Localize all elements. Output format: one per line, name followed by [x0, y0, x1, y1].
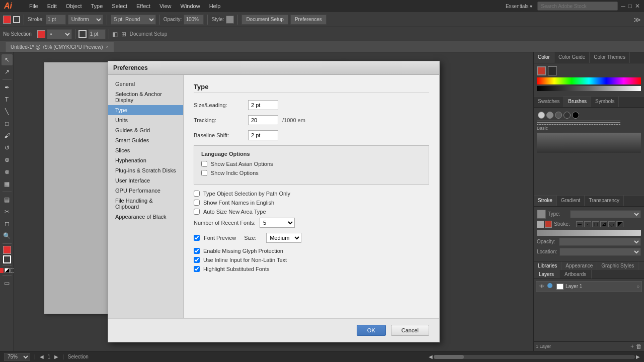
color-spectrum[interactable] — [537, 77, 641, 84]
color-mode-color[interactable] — [0, 268, 4, 273]
swatches-tab[interactable]: Swatches — [534, 97, 564, 107]
brushes-tab[interactable]: Brushes — [564, 97, 591, 107]
scroll-right-btn[interactable]: ▶ — [636, 354, 640, 359]
color-mode-gradient[interactable] — [5, 268, 10, 273]
layer-row-1[interactable]: 👁 Layer 1 ○ — [536, 281, 642, 292]
font-names-english-checkbox[interactable] — [194, 200, 200, 206]
menu-view[interactable]: View — [155, 2, 176, 10]
doc-setup-button[interactable]: Document Setup — [242, 15, 288, 25]
stroke-fill-indicator[interactable] — [537, 210, 546, 219]
sidebar-item-type[interactable]: Type — [108, 105, 183, 115]
brush-dot-1[interactable] — [538, 112, 545, 119]
font-size-select[interactable]: Medium Small Large — [266, 233, 301, 243]
stroke-lower-swatch[interactable] — [545, 221, 552, 228]
sidebar-item-general[interactable]: General — [108, 79, 183, 89]
stroke-round2-btn[interactable]: ◡ — [608, 221, 615, 227]
symbols-tab[interactable]: Symbols — [591, 97, 619, 107]
cancel-button[interactable]: Cancel — [391, 325, 429, 336]
h-scroll-thumb[interactable] — [434, 355, 464, 359]
fill-type-select[interactable]: ▪ — [47, 29, 72, 39]
type-tool[interactable]: T — [2, 94, 13, 105]
zoom-select[interactable]: 75% 100% 50% — [4, 353, 30, 361]
transparency-panel-tab[interactable]: Transparency — [585, 196, 624, 206]
color-tab[interactable]: Color — [534, 52, 554, 63]
sidebar-item-file-handling[interactable]: File Handling & Clipboard — [108, 196, 183, 212]
next-artboard-btn[interactable]: ▶ — [54, 354, 58, 359]
brush-dot-2[interactable] — [546, 112, 553, 119]
opacity-input[interactable] — [184, 15, 204, 25]
sidebar-item-hyphenation[interactable]: Hyphenation — [108, 155, 183, 165]
prev-artboard-btn[interactable]: ◀ — [40, 354, 44, 359]
tab-close-btn[interactable]: × — [106, 44, 109, 49]
sidebar-item-selection[interactable]: Selection & Anchor Display — [108, 89, 183, 105]
maximize-btn[interactable]: □ — [628, 3, 632, 10]
stroke-opacity-slider[interactable] — [537, 230, 641, 236]
menu-help[interactable]: Help — [205, 2, 225, 10]
rect-tool[interactable]: □ — [2, 118, 13, 129]
paint-tool[interactable]: 🖌 — [2, 130, 13, 141]
brush-dot-5[interactable] — [572, 112, 579, 119]
stroke-round-btn[interactable]: · — [584, 221, 591, 227]
line-tool[interactable]: ╲ — [2, 106, 13, 117]
document-tab[interactable]: Untitled-1* @ 79% (CMYK/GPU Preview) × — [5, 42, 114, 52]
pen-tool[interactable]: ✒ — [2, 82, 13, 93]
sidebar-item-appearance-black[interactable]: Appearance of Black — [108, 212, 183, 222]
sidebar-item-units[interactable]: Units — [108, 115, 183, 125]
stroke-tool-swatch[interactable] — [3, 255, 11, 263]
baseline-shift-input[interactable] — [248, 130, 278, 140]
fill-color-box[interactable] — [3, 16, 11, 24]
rotate-tool[interactable]: ↺ — [2, 142, 13, 153]
color-guide-tab[interactable]: Color Guide — [554, 52, 590, 63]
brush-dot-3[interactable] — [555, 112, 562, 119]
color-swatch-dark[interactable] — [548, 66, 557, 75]
stroke-small-input[interactable] — [88, 29, 106, 39]
preferences-button[interactable]: Preferences — [290, 15, 327, 25]
color-themes-tab[interactable]: Color Themes — [590, 52, 630, 63]
panel-expand-icon[interactable]: ≫ — [633, 16, 641, 24]
indic-checkbox[interactable] — [201, 170, 207, 176]
screen-mode-tool[interactable]: ▭ — [2, 278, 13, 289]
stroke-type-select[interactable]: Uniform — [68, 15, 103, 25]
stroke-value-input[interactable] — [46, 15, 66, 25]
opacity-icon[interactable]: ◧ — [112, 31, 118, 38]
h-scroll-track[interactable] — [434, 355, 635, 359]
layer-visibility-icon[interactable]: 👁 — [538, 283, 545, 290]
select-tool[interactable]: ↖ — [2, 54, 13, 65]
inline-input-checkbox[interactable] — [194, 257, 200, 263]
zoom-tool[interactable]: 🔍 — [2, 230, 13, 241]
gradient-tool[interactable]: ▦ — [2, 178, 13, 190]
east-asian-checkbox[interactable] — [201, 161, 207, 167]
sidebar-item-user-interface[interactable]: User Interface — [108, 175, 183, 186]
delete-layer-btn[interactable]: 🗑 — [636, 343, 642, 350]
fill-swatch-small[interactable] — [37, 30, 45, 38]
stroke-upper-swatch[interactable] — [537, 221, 544, 228]
sidebar-item-smart-guides[interactable]: Smart Guides — [108, 135, 183, 145]
scale-tool[interactable]: ⊕ — [2, 154, 13, 165]
appearance-tab[interactable]: Appearance — [561, 261, 597, 270]
eraser-tool[interactable]: ◻ — [2, 218, 13, 229]
scroll-left-btn[interactable]: ◀ — [429, 354, 433, 359]
blend-tool[interactable]: ⊗ — [2, 166, 13, 177]
layer-expand-icon[interactable]: ○ — [636, 284, 639, 289]
menu-edit[interactable]: Edit — [43, 2, 61, 10]
sidebar-item-plugins[interactable]: Plug-ins & Scratch Disks — [108, 165, 183, 175]
menu-type[interactable]: Type — [87, 2, 107, 10]
enable-glyph-checkbox[interactable] — [194, 248, 200, 254]
stroke-swatch-small[interactable] — [78, 30, 87, 38]
stroke-bevel-btn[interactable]: ◤ — [616, 221, 623, 227]
chart-tool[interactable]: ▤ — [2, 194, 13, 205]
size-leading-input[interactable] — [248, 100, 278, 110]
sidebar-item-gpu[interactable]: GPU Performance — [108, 186, 183, 196]
stroke-color-box[interactable] — [13, 16, 20, 23]
style-swatch[interactable] — [226, 16, 234, 24]
brush-dot-4[interactable] — [564, 112, 571, 119]
type-object-selection-checkbox[interactable] — [194, 191, 200, 197]
direct-select-tool[interactable]: ↗ — [2, 66, 13, 77]
menu-select[interactable]: Select — [108, 2, 131, 10]
close-btn[interactable]: ✕ — [635, 3, 640, 10]
font-preview-checkbox[interactable] — [194, 235, 200, 241]
slice-tool[interactable]: ✂ — [2, 206, 13, 217]
sidebar-item-guides-grid[interactable]: Guides & Grid — [108, 125, 183, 135]
stroke-type-dropdown[interactable] — [570, 210, 641, 218]
artboards-tab[interactable]: Artboards — [559, 270, 592, 279]
